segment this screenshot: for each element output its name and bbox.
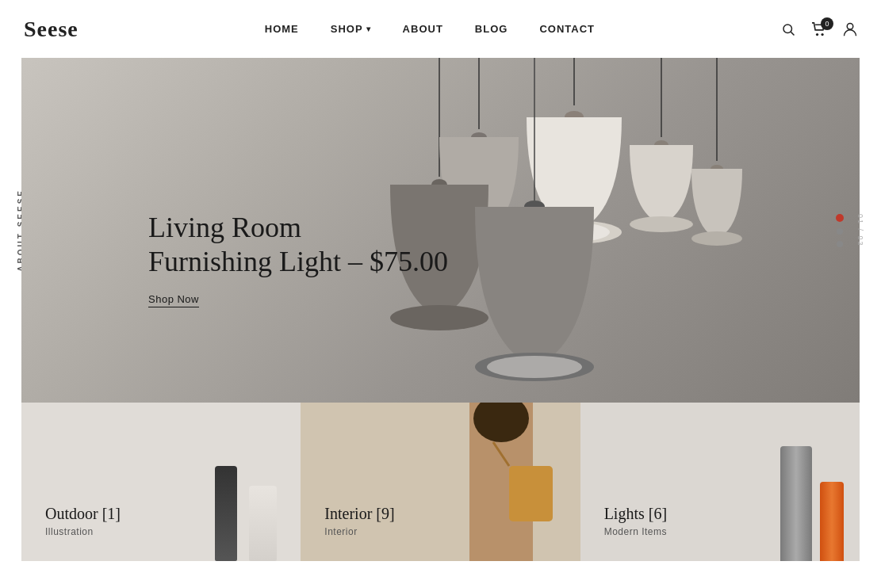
category-interior-name: Interior [9]: [324, 505, 394, 523]
svg-line-1: [791, 32, 794, 35]
account-button[interactable]: [843, 21, 857, 37]
svg-point-19: [390, 305, 488, 330]
category-interior-label: Interior [9] Interior: [324, 505, 394, 537]
site-header: Seese HOME SHOP ▾ ABOUT BLOG CONTACT 0: [0, 0, 881, 58]
category-outdoor-label: Outdoor [1] Illustration: [45, 505, 121, 537]
hero-background: Living Room Furnishing Light – $75.00 Sh…: [21, 58, 860, 403]
category-lights-sub: Modern Items: [604, 526, 667, 537]
category-outdoor-sub: Illustration: [45, 526, 121, 537]
category-lights-name: Lights [6]: [604, 505, 667, 523]
category-grid: Outdoor [1] Illustration Interior [9] In…: [21, 403, 860, 561]
category-outdoor-name: Outdoor [1]: [45, 505, 121, 523]
search-icon: [781, 22, 795, 36]
main-nav: HOME SHOP ▾ ABOUT BLOG CONTACT: [265, 23, 595, 35]
svg-point-2: [816, 32, 818, 35]
category-interior[interactable]: Interior [9] Interior: [301, 403, 580, 561]
hero-price: $75.00: [370, 246, 448, 277]
site-logo[interactable]: Seese: [24, 17, 79, 42]
svg-rect-27: [509, 466, 553, 521]
cart-button[interactable]: 0: [811, 22, 827, 36]
outdoor-visual: [215, 466, 277, 561]
svg-point-24: [487, 356, 582, 378]
category-lights-label: Lights [6] Modern Items: [604, 505, 667, 537]
hero-section: Living Room Furnishing Light – $75.00 Sh…: [21, 58, 860, 403]
nav-about[interactable]: ABOUT: [403, 23, 443, 35]
cart-badge: 0: [821, 17, 833, 30]
header-icons: 0: [781, 21, 857, 37]
user-icon: [843, 21, 857, 37]
category-lights[interactable]: Lights [6] Modern Items: [580, 403, 860, 561]
flask-orange: [820, 482, 844, 561]
interior-visual: [422, 403, 580, 561]
svg-point-3: [821, 32, 823, 35]
svg-point-0: [783, 25, 792, 33]
nav-home[interactable]: HOME: [265, 23, 299, 35]
person-svg: [422, 403, 580, 561]
svg-point-15: [630, 216, 693, 232]
bottle-dark: [215, 466, 237, 561]
right-label: 01 / 03: [856, 214, 864, 247]
bottle-light: [249, 486, 277, 561]
nav-contact[interactable]: CONTACT: [539, 23, 595, 35]
chevron-down-icon: ▾: [366, 25, 371, 33]
search-button[interactable]: [781, 22, 795, 36]
svg-point-17: [691, 231, 742, 246]
hero-content: Living Room Furnishing Light – $75.00 Sh…: [148, 211, 448, 307]
shop-now-button[interactable]: Shop Now: [148, 293, 199, 307]
hero-title: Living Room Furnishing Light – $75.00: [148, 211, 448, 279]
right-side-panel: 01 / 03: [839, 58, 881, 403]
nav-shop[interactable]: SHOP ▾: [331, 23, 371, 35]
svg-point-4: [847, 23, 853, 29]
category-interior-sub: Interior: [324, 526, 394, 537]
lights-visual: [780, 446, 844, 561]
flask-gray: [780, 446, 812, 561]
category-outdoor[interactable]: Outdoor [1] Illustration: [21, 403, 301, 561]
nav-blog[interactable]: BLOG: [475, 23, 508, 35]
